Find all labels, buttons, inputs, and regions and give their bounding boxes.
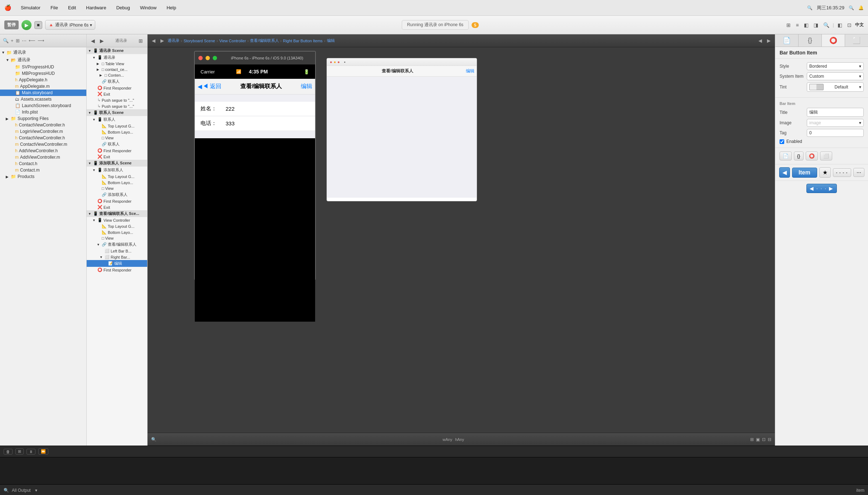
tree-item-contact-m[interactable]: m Contact.m (0, 167, 86, 173)
outline-view2[interactable]: □ View (87, 186, 147, 191)
menu-window[interactable]: Window (138, 4, 159, 11)
outline-right-bar[interactable]: ▼ ⬜ Right Bar... (87, 254, 147, 260)
breadcrumb-item-6[interactable]: 编辑 (327, 38, 335, 43)
outline-first-responder4[interactable]: ⭕ First Responder (87, 267, 147, 273)
breadcrumb-item-5[interactable]: Right Bar Button Items (283, 39, 323, 43)
outline-bottom-layout-g3[interactable]: 📐 Bottom Layo... (87, 229, 147, 235)
sort-icon[interactable]: ⋯ (22, 38, 26, 43)
nav-back-btn[interactable]: ◀ (150, 37, 157, 44)
fullscreen-dot[interactable] (213, 56, 217, 60)
outline-exit1[interactable]: ❌ Exit (87, 91, 147, 97)
tab-file-inspector[interactable]: 📄 (775, 34, 799, 47)
back-arrow-btn[interactable]: ◀ (779, 167, 790, 178)
scheme-selector[interactable]: 🔺 通讯录 iPhone 6s ▾ (45, 20, 95, 30)
tree-item-main-storyboard[interactable]: 📋 Main.storyboard (0, 90, 86, 96)
outline-tableview[interactable]: ▶ □ Table View (87, 61, 147, 67)
tint-select[interactable]: Default ▾ (807, 82, 864, 92)
menu-simulator[interactable]: Simulator (19, 4, 43, 11)
outline-left-bar[interactable]: ⬜ Left Bar B... (87, 248, 147, 254)
outline-lianxiren-link[interactable]: 🔗 联系人 (87, 141, 147, 148)
enabled-checkbox[interactable] (780, 139, 784, 144)
tree-item-info-plist[interactable]: 📄 Info.plist (0, 109, 86, 115)
square-icon-btn[interactable]: ⬜ (820, 152, 832, 160)
outline-addjiari-vc[interactable]: ▼ 📱 添加联系人 (87, 167, 147, 173)
disclosure-icon[interactable]: ▼ (92, 168, 97, 172)
debug-pause-btn[interactable]: ⏸ (26, 449, 35, 455)
storyboard-canvas[interactable]: iPhone 6s - iPhone 6s / iOS 9.0 (13A340)… (148, 47, 775, 433)
outline-edit-btn[interactable]: 📝 编辑 (87, 260, 147, 267)
disclosure-icon[interactable]: ▼ (88, 162, 92, 165)
nav-prev-btn[interactable]: ◀ (757, 37, 763, 44)
outline-first-responder1[interactable]: ⭕ First Responder (87, 85, 147, 91)
vc-action-btn[interactable]: 编辑 (466, 68, 474, 74)
spotlight-icon[interactable]: 🔍 (849, 5, 854, 10)
outline-content[interactable]: ▶ □ Conten... (87, 72, 147, 78)
more-btn[interactable]: ⋯ (853, 168, 864, 177)
outline-lianxiren-vc[interactable]: ▼ 📱 联系人 (87, 116, 147, 123)
search-icon[interactable]: 🔍 (3, 38, 9, 43)
document-icon-btn[interactable]: 📄 (780, 152, 792, 160)
disclosure-icon[interactable]: ▶ (6, 175, 10, 179)
outline-first-responder2[interactable]: ⭕ First Responder (87, 148, 147, 154)
tree-item-loginvc-m[interactable]: m LoginViewController.m (0, 128, 86, 135)
outline-scene-tongxunlu[interactable]: ▼ 📱 通讯录 Scene (87, 47, 147, 54)
outline-exit2[interactable]: ❌ Exit (87, 154, 147, 160)
storyboard-scene-chakan[interactable]: ● ● ● ▪ 查看/编辑联系人 编辑 (327, 58, 477, 201)
tree-item-mbprogress[interactable]: 📁 MBProgressHUD (0, 70, 86, 77)
output-dropdown[interactable]: ▾ (35, 488, 37, 493)
notification-icon[interactable]: 🔔 (858, 5, 864, 10)
warning-badge[interactable]: 5 (472, 22, 479, 28)
nav-icon[interactable]: ⟵ (29, 38, 35, 43)
disclosure-icon[interactable]: ▶ (6, 117, 10, 121)
search-icon[interactable]: 🔍 (807, 5, 812, 10)
arrows-btn[interactable]: ◀ · · · ▶ (806, 184, 837, 193)
nav-fwd-icon[interactable]: ▶ (98, 37, 105, 44)
outline-top-layout-g3[interactable]: 📐 Top Layout G... (87, 223, 147, 229)
tree-item-contact-h[interactable]: h Contact.h (0, 160, 86, 167)
outline-push-segue2[interactable]: ↳ Push segue to "..." (87, 103, 147, 109)
breadcrumb-item-4[interactable]: 查看/编辑联系人 (250, 38, 279, 43)
disclosure-icon[interactable]: ▼ (92, 218, 97, 222)
disclosure-icon[interactable]: ▼ (1, 51, 6, 54)
outline-top-layout-g1[interactable]: 📐 Top Layout G... (87, 123, 147, 129)
tree-item-assets[interactable]: 🗂 Assets.xcassets (0, 96, 86, 102)
tree-item-root[interactable]: ▼ 📁 通讯录 (0, 49, 86, 56)
image-input[interactable]: image ▾ (807, 119, 864, 127)
outline-scene-chakan[interactable]: ▼ 📱 查看/编辑联系人 Sce... (87, 210, 147, 217)
layout-icon[interactable]: ▣ (756, 437, 760, 442)
nav-fwd-btn[interactable]: ▶ (159, 37, 165, 44)
disclosure-icon[interactable]: ▶ (97, 68, 101, 71)
title-input[interactable]: 编辑 (807, 108, 864, 117)
system-item-select[interactable]: Custom ▾ (807, 72, 864, 80)
breadcrumb-item-2[interactable]: Storyboard Scene (184, 39, 215, 43)
dots-btn[interactable]: - - - - (833, 168, 851, 177)
outline-exit3[interactable]: ❌ Exit (87, 204, 147, 210)
breadcrumb-item-1[interactable]: 通讯录 (168, 38, 179, 43)
add-icon[interactable]: + (11, 38, 14, 43)
layout-btn[interactable]: ≡ (794, 21, 800, 29)
disclosure-icon[interactable]: ▼ (97, 243, 101, 246)
tree-item-supporting[interactable]: ▶ 📁 Supporting Files (0, 115, 86, 122)
stop-button[interactable]: ■ (34, 21, 42, 29)
outline-view3[interactable]: □ View (87, 235, 147, 241)
outline-first-responder3[interactable]: ⭕ First Responder (87, 198, 147, 204)
disclosure-icon[interactable]: ▼ (88, 111, 92, 115)
debug-clear-btn[interactable]: 🗑 (4, 449, 13, 455)
zoom-icon[interactable]: 🔍 (151, 437, 156, 442)
style-select[interactable]: Bordered ▾ (807, 62, 864, 70)
disclosure-icon[interactable]: ▼ (92, 56, 97, 59)
outline-lianxiren[interactable]: 🔗 联系人 (87, 78, 147, 85)
navigator-btn[interactable]: ◧ (802, 21, 810, 29)
outline-view1[interactable]: □ View (87, 135, 147, 141)
disclosure-icon[interactable]: ▼ (6, 58, 10, 62)
tree-item-contactvc-m[interactable]: m ContactViewController.m (0, 141, 86, 148)
tree-item-appdelegate-m[interactable]: m AppDelegate.m (0, 83, 86, 90)
align-icon[interactable]: ⊡ (762, 437, 766, 442)
tab-attributes[interactable]: ⬜ (845, 34, 868, 47)
star-btn[interactable]: ★ (819, 167, 831, 178)
outline-tianjia-link[interactable]: 🔗 添加联系人 (87, 191, 147, 198)
tree-item-svprogress[interactable]: 📁 SVProgressHUD (0, 64, 86, 70)
edit-button[interactable]: 编辑 (301, 83, 312, 90)
outline-view-controller[interactable]: ▼ 📱 View Controller (87, 217, 147, 223)
disclosure-icon[interactable]: ▶ (97, 62, 101, 66)
